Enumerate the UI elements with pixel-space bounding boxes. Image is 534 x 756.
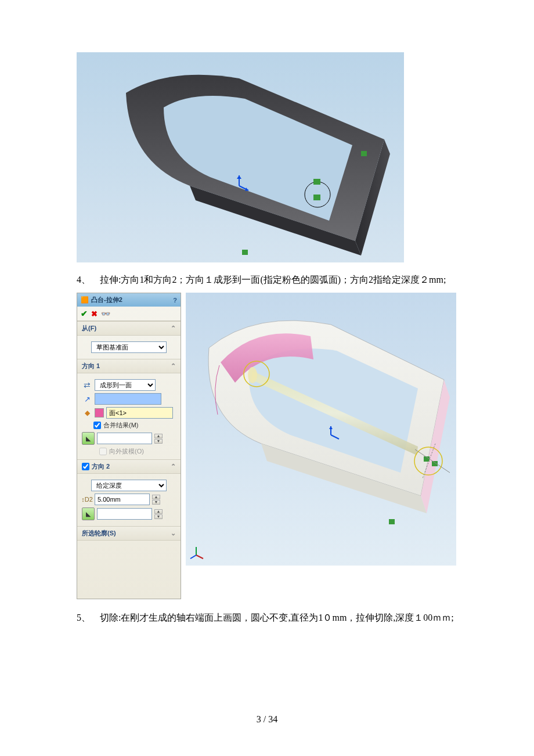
dir2-enable-checkbox[interactable]	[82, 463, 89, 470]
panel-title-text: 凸台-拉伸2	[91, 296, 122, 304]
panel-action-row: ✔ ✖ 👓	[77, 307, 181, 321]
direction-ref-field[interactable]	[95, 393, 161, 405]
cancel-icon[interactable]: ✖	[91, 309, 98, 318]
feature-icon: 🟧	[81, 296, 89, 304]
svg-rect-19	[389, 519, 395, 524]
svg-line-21	[196, 555, 203, 559]
step-5: 5、 切除:在刚才生成的轴右端面上画圆，圆心不变,直径为1０mm，拉伸切除,深度…	[77, 611, 457, 625]
step-5-text: 切除:在刚才生成的轴右端面上画圆，圆心不变,直径为1０mm，拉伸切除,深度１00…	[100, 611, 457, 625]
step-5-num: 5、	[77, 611, 100, 625]
depth-dimension-icon: ↕D2	[82, 494, 92, 505]
draft2-angle-field	[97, 508, 152, 520]
step-4-num: 4、	[77, 273, 100, 287]
spinner-icon[interactable]: ▲▼	[152, 495, 160, 505]
ok-icon[interactable]: ✔	[81, 309, 88, 318]
step-4-text: 拉伸:方向1和方向2；方向１成形到一面(指定粉色的圆弧面)；方向2指给定深度２m…	[100, 273, 457, 287]
direction-arrow-icon[interactable]: ↗	[82, 394, 92, 404]
merge-results-checkbox[interactable]	[93, 422, 101, 429]
chevron-down-icon: ⌄	[171, 530, 176, 537]
section-from-header[interactable]: 从(F) ⌃	[77, 321, 181, 336]
from-label: 从(F)	[82, 324, 96, 333]
draft-outward-checkbox	[99, 448, 107, 455]
from-select[interactable]: 草图基准面	[91, 341, 167, 353]
merge-results-label: 合并结果(M)	[103, 421, 139, 430]
dir1-label: 方向 1	[82, 362, 100, 370]
face-field[interactable]	[106, 407, 173, 419]
face-select-icon[interactable]: ◆	[82, 408, 92, 418]
propertymanager-panel: 🟧 凸台-拉伸2 ? ✔ ✖ 👓 从(F) ⌃ 草图基准面	[77, 293, 181, 599]
section-dir1-header[interactable]: 方向 1 ⌃	[77, 359, 181, 373]
dir2-endcondition-select[interactable]: 给定深度	[91, 480, 167, 491]
svg-rect-5	[313, 179, 320, 185]
svg-rect-7	[361, 151, 367, 156]
svg-rect-6	[313, 195, 320, 200]
figure-extrude-frame	[77, 52, 404, 262]
svg-point-9	[248, 367, 257, 383]
contour-label: 所选轮廓(S)	[82, 529, 116, 538]
dshape-frame-svg	[77, 52, 404, 262]
chevron-icon: ⌃	[171, 325, 176, 332]
spinner-icon[interactable]: ▲▼	[154, 509, 163, 519]
spinner-icon[interactable]: ▲▼	[154, 434, 163, 444]
step-4: 4、 拉伸:方向1和方向2；方向１成形到一面(指定粉色的圆弧面)；方向2指给定深…	[77, 273, 457, 287]
section-contour-header[interactable]: 所选轮廓(S) ⌄	[77, 526, 181, 541]
draft-icon[interactable]: ◣	[82, 432, 95, 445]
page-footer: 3 / 34	[0, 714, 534, 725]
section-dir2-header[interactable]: 方向 2 ⌃	[77, 459, 181, 474]
draft-outward-label: 向外拔模(O)	[109, 447, 144, 456]
figure-extrude-preview	[186, 293, 456, 566]
chevron-icon: ⌃	[171, 362, 176, 370]
svg-rect-8	[242, 250, 248, 255]
panel-title-bar: 🟧 凸台-拉伸2 ?	[77, 293, 181, 307]
dir2-label: 方向 2	[92, 462, 110, 471]
face-color-swatch	[95, 408, 104, 417]
draft2-icon[interactable]: ◣	[82, 507, 95, 520]
preview-svg	[186, 293, 456, 566]
draft-angle-field	[97, 433, 152, 444]
svg-line-22	[190, 555, 196, 559]
chevron-icon: ⌃	[171, 463, 176, 470]
depth-field[interactable]	[95, 494, 150, 505]
reverse-direction-icon[interactable]: ⇄	[82, 380, 92, 390]
preview-icon[interactable]: 👓	[101, 309, 110, 318]
help-icon[interactable]: ?	[173, 297, 177, 304]
dir1-endcondition-select[interactable]: 成形到一面	[95, 379, 156, 391]
